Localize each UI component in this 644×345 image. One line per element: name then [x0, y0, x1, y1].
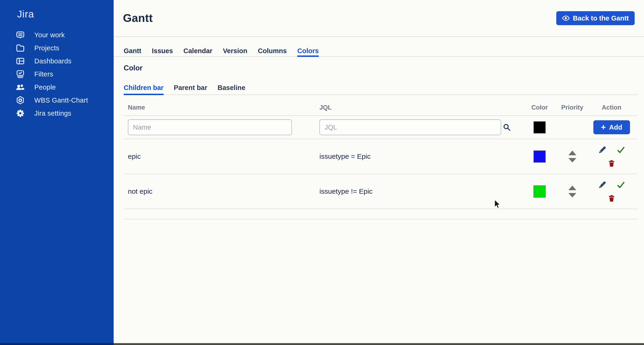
eye-icon [562, 15, 570, 21]
tab-version[interactable]: Version [223, 47, 247, 55]
new-rule-color-swatch[interactable] [534, 121, 546, 134]
app-logo: Jira [0, 0, 114, 20]
sidebar-item-label: Dashboards [34, 57, 72, 65]
wbs-gantt-chart-icon [16, 96, 25, 105]
filters-icon [16, 69, 25, 79]
plus-icon: + [601, 124, 606, 131]
check-icon [617, 146, 625, 153]
column-header-priority: Priority [559, 104, 586, 111]
add-button-label: Add [609, 124, 622, 131]
rule-color-swatch[interactable] [534, 185, 546, 198]
color-subtabs: Children bar Parent bar Baseline [124, 84, 638, 95]
sidebar-item-label: Projects [34, 44, 59, 52]
table-row-epic: epic issuetype = Epic [124, 139, 638, 174]
priority-down-button[interactable] [568, 193, 576, 197]
sidebar-item-label: Filters [34, 70, 53, 78]
people-icon [16, 82, 25, 92]
sidebar-item-jira-settings[interactable]: Jira settings [0, 107, 114, 120]
tab-calendar[interactable]: Calendar [184, 47, 212, 55]
sidebar-item-projects[interactable]: Projects [0, 41, 114, 54]
sidebar-item-wbs-gantt-chart[interactable]: WBS Gantt-Chart [0, 94, 114, 107]
sidebar-item-your-work[interactable]: Your work [0, 28, 114, 41]
add-rule-row: + Add [124, 116, 638, 139]
settings-gear-icon [16, 109, 25, 118]
rule-jql: issuetype = Epic [315, 152, 520, 160]
priority-down-button[interactable] [568, 158, 576, 162]
subtab-children-bar[interactable]: Children bar [124, 84, 164, 92]
delete-button[interactable] [608, 195, 615, 202]
confirm-button[interactable] [617, 146, 625, 154]
trash-icon [608, 160, 615, 167]
back-to-gantt-button[interactable]: Back to the Gantt [556, 11, 635, 25]
column-header-action: Action [586, 104, 638, 111]
sidebar-nav: Your work Projects Dashboards [0, 28, 114, 120]
window-bottom-edge [0, 343, 644, 345]
tab-columns[interactable]: Columns [258, 47, 287, 55]
jql-search-button[interactable] [502, 123, 512, 132]
main-tabbar: Gantt Issues Calendar Version Columns Co… [114, 37, 644, 57]
rule-jql: issuetype != Epic [315, 187, 520, 195]
color-rules-table: Name JQL Color Priority Action [124, 95, 638, 219]
table-footer-strip [124, 209, 638, 219]
tab-colors[interactable]: Colors [297, 47, 319, 55]
name-input[interactable] [128, 119, 292, 135]
check-icon [617, 181, 625, 188]
projects-icon [16, 43, 25, 53]
confirm-button[interactable] [617, 181, 625, 189]
column-header-name: Name [124, 104, 315, 111]
edit-button[interactable] [598, 146, 606, 154]
sidebar-item-label: Jira settings [34, 110, 72, 117]
add-button[interactable]: + Add [593, 120, 630, 134]
pencil-icon [598, 181, 606, 189]
main-panel: Gantt Back to the Gantt Gantt Issues Cal… [114, 0, 644, 343]
sidebar-item-label: People [34, 83, 56, 91]
delete-button[interactable] [608, 160, 615, 167]
subtab-parent-bar[interactable]: Parent bar [174, 84, 207, 92]
rule-name: not epic [124, 187, 315, 195]
column-header-color: Color [520, 104, 559, 111]
section-heading: Color [124, 64, 638, 72]
dashboards-icon [16, 56, 25, 66]
trash-icon [608, 195, 615, 202]
subtab-baseline[interactable]: Baseline [218, 84, 245, 92]
priority-up-button[interactable] [568, 186, 576, 190]
rule-color-swatch[interactable] [534, 150, 546, 163]
edit-button[interactable] [598, 181, 606, 189]
your-work-icon [16, 30, 25, 40]
table-row-not-epic: not epic issuetype != Epic [124, 174, 638, 209]
colors-content: Color Children bar Parent bar Baseline N… [114, 64, 644, 219]
sidebar-item-label: Your work [34, 31, 65, 39]
sidebar: Jira Your work Projects [0, 0, 114, 343]
tab-issues[interactable]: Issues [152, 47, 173, 55]
jql-input[interactable] [320, 119, 501, 135]
sidebar-item-people[interactable]: People [0, 81, 114, 94]
priority-up-button[interactable] [568, 151, 576, 155]
search-icon [503, 123, 511, 131]
tab-gantt[interactable]: Gantt [124, 47, 142, 55]
rule-name: epic [124, 152, 315, 160]
sidebar-item-dashboards[interactable]: Dashboards [0, 54, 114, 68]
back-to-gantt-label: Back to the Gantt [573, 14, 629, 22]
sidebar-item-label: WBS Gantt-Chart [34, 96, 88, 104]
page-header: Gantt Back to the Gantt [114, 0, 644, 37]
sidebar-item-filters[interactable]: Filters [0, 68, 114, 81]
column-header-jql: JQL [315, 104, 520, 111]
table-header-row: Name JQL Color Priority Action [124, 95, 638, 116]
page-title: Gantt [123, 12, 153, 24]
pencil-icon [598, 146, 606, 154]
